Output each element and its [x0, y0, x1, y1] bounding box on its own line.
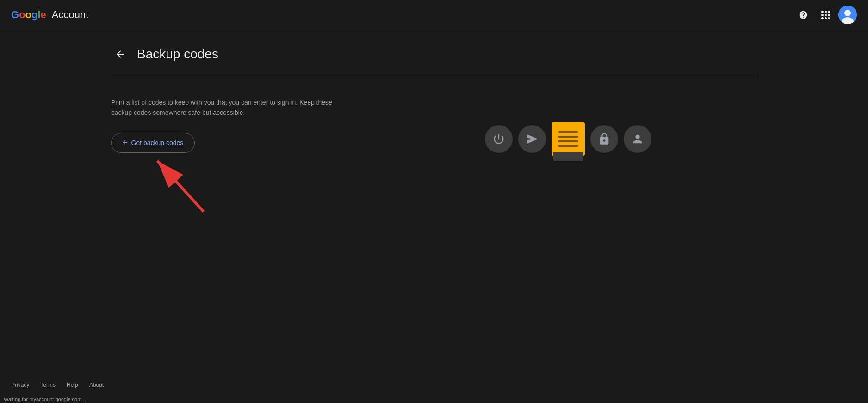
illus-center — [552, 122, 585, 156]
footer-privacy[interactable]: Privacy — [11, 382, 29, 388]
status-text: Waiting for myaccount.google.com... — [4, 397, 86, 402]
header: Google Account — [0, 0, 868, 30]
footer: Privacy Terms Help About — [0, 374, 868, 396]
footer-help[interactable]: Help — [67, 382, 78, 388]
avatar-icon — [838, 6, 857, 24]
footer-about[interactable]: About — [89, 382, 104, 388]
arrow-container: + Get backup codes — [111, 133, 195, 153]
description-text: Print a list of codes to keep with you t… — [111, 97, 342, 118]
plus-icon: + — [123, 138, 128, 148]
illus-icons — [485, 122, 651, 156]
send-icon — [526, 132, 539, 145]
header-left: Google Account — [11, 9, 88, 21]
illus-circle-1 — [485, 125, 513, 153]
status-bar: Waiting for myaccount.google.com... — [0, 396, 868, 403]
logo-o1: o — [19, 9, 25, 21]
page-title: Backup codes — [137, 47, 218, 62]
book-line-1 — [558, 131, 578, 133]
illus-circle-3 — [590, 125, 618, 153]
back-arrow-icon — [115, 49, 126, 60]
illus-circle-4 — [624, 125, 651, 153]
help-button[interactable] — [794, 6, 812, 24]
content-section: Print a list of codes to keep with you t… — [111, 75, 757, 203]
logo-g: G — [11, 9, 19, 21]
illus-book — [552, 122, 585, 156]
svg-line-4 — [157, 161, 204, 212]
book-line-4 — [558, 145, 578, 147]
apps-grid-icon — [821, 11, 830, 19]
header-right — [794, 6, 857, 24]
content-left: Print a list of codes to keep with you t… — [111, 97, 342, 153]
page-header: Backup codes — [111, 30, 757, 75]
power-icon — [492, 132, 505, 145]
get-backup-codes-button[interactable]: + Get backup codes — [111, 133, 195, 153]
footer-terms[interactable]: Terms — [40, 382, 56, 388]
book-lines — [558, 131, 578, 147]
lock-icon — [598, 132, 611, 145]
annotation-arrow — [139, 147, 213, 221]
book-line-3 — [558, 140, 578, 142]
header-title: Account — [52, 9, 89, 21]
logo-o2: o — [25, 9, 31, 21]
person-icon — [631, 132, 644, 145]
avatar[interactable] — [838, 6, 857, 24]
apps-button[interactable] — [816, 6, 835, 24]
svg-point-1 — [844, 10, 851, 16]
main-content: Backup codes Print a list of codes to ke… — [0, 30, 868, 374]
book-line-2 — [558, 136, 578, 138]
google-logo: Google — [11, 9, 46, 21]
back-button[interactable] — [111, 45, 130, 63]
illustration — [379, 97, 757, 181]
help-icon — [799, 10, 808, 19]
logo-g2: g — [31, 9, 37, 21]
illus-circle-2 — [518, 125, 546, 153]
logo-e: e — [41, 9, 46, 21]
get-codes-label: Get backup codes — [131, 139, 184, 146]
